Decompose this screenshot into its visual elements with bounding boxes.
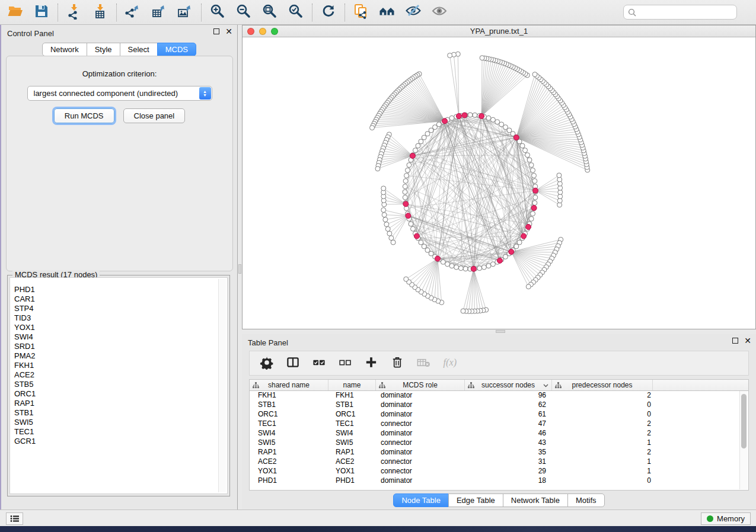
delete-icon bbox=[390, 355, 404, 371]
mcds-result-list[interactable]: PHD1CAR1STP4TID3YOX1SWI4SRD1PMA2FKH1ACE2… bbox=[9, 277, 228, 494]
minimize-window-icon[interactable] bbox=[259, 28, 266, 35]
column-header-successor-nodes[interactable]: successor nodes bbox=[465, 380, 552, 390]
select-all-button[interactable] bbox=[310, 354, 328, 372]
zoom-out-button[interactable] bbox=[231, 2, 257, 23]
mcds-result-item[interactable]: YOX1 bbox=[14, 323, 227, 332]
share-document-button[interactable] bbox=[348, 2, 374, 23]
table-row[interactable]: ORC1ORC1dominator610 bbox=[250, 410, 748, 419]
table-row[interactable]: RAP1RAP1dominator352 bbox=[250, 448, 748, 457]
search-input[interactable] bbox=[639, 8, 732, 17]
add-button[interactable] bbox=[362, 354, 380, 372]
search-icon bbox=[628, 8, 636, 17]
tab-network[interactable]: Network bbox=[42, 43, 87, 56]
log-console-button[interactable] bbox=[6, 512, 23, 525]
optimization-select[interactable]: largest connected component (undirected)… bbox=[27, 86, 212, 101]
splitter-grip[interactable] bbox=[496, 330, 505, 333]
svg-text:f(x): f(x) bbox=[443, 357, 457, 368]
table-row[interactable]: STB1STB1dominator620 bbox=[250, 400, 748, 410]
settings-gear-button[interactable] bbox=[258, 354, 276, 372]
first-neighbors-icon bbox=[379, 3, 395, 21]
save-button[interactable] bbox=[28, 2, 55, 23]
import-network-button[interactable] bbox=[61, 2, 87, 23]
float-panel-icon[interactable] bbox=[732, 338, 738, 344]
memory-button[interactable]: Memory bbox=[701, 512, 751, 525]
control-panel-tabs: NetworkStyleSelectMCDS bbox=[1, 43, 237, 56]
table-scrollbar[interactable] bbox=[739, 391, 748, 489]
network-graph[interactable] bbox=[243, 37, 755, 329]
mcds-result-item[interactable]: GCR1 bbox=[14, 437, 227, 446]
mcds-result-item[interactable]: SRD1 bbox=[14, 342, 227, 351]
maximize-window-icon[interactable] bbox=[271, 28, 278, 35]
splitter-grip[interactable] bbox=[238, 264, 241, 274]
mcds-result-item[interactable]: CAR1 bbox=[14, 294, 227, 304]
mcds-result-item[interactable]: STB5 bbox=[14, 380, 227, 389]
zoom-fit-icon bbox=[261, 3, 278, 21]
table-cell: 2 bbox=[552, 419, 653, 429]
table-tabs: Node TableEdge TableNetwork TableMotifs bbox=[242, 493, 756, 507]
unselect-all-button[interactable] bbox=[336, 354, 354, 372]
table-toolbar: f(x) bbox=[249, 351, 749, 376]
table-row[interactable]: ACE2ACE2connector311 bbox=[250, 457, 748, 467]
close-panel-icon[interactable]: ✕ bbox=[744, 338, 751, 344]
export-image-button[interactable] bbox=[172, 2, 198, 23]
table-row[interactable]: PHD1PHD1dominator180 bbox=[250, 476, 748, 486]
run-mcds-button[interactable]: Run MCDS bbox=[54, 108, 114, 123]
close-panel-icon[interactable]: ✕ bbox=[225, 28, 232, 34]
tab-select[interactable]: Select bbox=[120, 43, 158, 56]
table-row[interactable]: TEC1TEC1connector472 bbox=[250, 419, 748, 429]
mcds-result-item[interactable]: SWI4 bbox=[14, 332, 227, 342]
network-title: YPA_prune.txt_1 bbox=[243, 25, 755, 37]
split-columns-button[interactable] bbox=[284, 354, 302, 372]
close-window-icon[interactable] bbox=[247, 28, 254, 35]
delete-button[interactable] bbox=[388, 354, 406, 372]
table-cell: 61 bbox=[465, 410, 552, 419]
float-panel-icon[interactable] bbox=[213, 28, 219, 34]
column-header-shared-name[interactable]: shared name bbox=[250, 380, 328, 390]
hide-selected-button[interactable] bbox=[400, 2, 426, 23]
column-header-name[interactable]: name bbox=[328, 380, 376, 390]
open-button[interactable] bbox=[2, 2, 28, 23]
refresh-icon bbox=[320, 3, 337, 21]
zoom-in-button[interactable] bbox=[205, 2, 231, 23]
mcds-result-item[interactable]: STP4 bbox=[14, 304, 227, 313]
close-panel-button[interactable]: Close panel bbox=[123, 108, 186, 123]
mcds-result-item[interactable]: SWI5 bbox=[14, 418, 227, 427]
show-all-button[interactable] bbox=[426, 2, 452, 23]
mcds-result-item[interactable]: ACE2 bbox=[14, 370, 227, 380]
search-box[interactable] bbox=[623, 5, 737, 20]
import-table-button[interactable] bbox=[87, 2, 113, 23]
horizontal-splitter[interactable] bbox=[242, 329, 756, 334]
export-table-button[interactable] bbox=[146, 2, 172, 23]
mcds-result-item[interactable]: RAP1 bbox=[14, 399, 227, 408]
column-header-predecessor-nodes[interactable]: predecessor nodes bbox=[552, 380, 653, 390]
refresh-button[interactable] bbox=[315, 2, 342, 23]
mcds-result-item[interactable]: TID3 bbox=[14, 313, 227, 323]
first-neighbors-button[interactable] bbox=[374, 2, 400, 23]
zoom-fit-button[interactable] bbox=[257, 2, 283, 23]
column-header-MCDS-role[interactable]: MCDS role bbox=[376, 380, 465, 390]
status-bar: Memory bbox=[0, 509, 756, 526]
scrollbar-thumb[interactable] bbox=[741, 394, 747, 448]
mcds-result-item[interactable]: STB1 bbox=[14, 408, 227, 418]
mcds-tab-content: Optimization criterion: largest connecte… bbox=[6, 56, 233, 271]
mcds-result-item[interactable]: PHD1 bbox=[14, 285, 227, 294]
share-document-icon bbox=[353, 3, 369, 21]
tab-edge-table[interactable]: Edge Table bbox=[448, 493, 503, 507]
vertical-splitter[interactable] bbox=[238, 25, 242, 509]
tab-mcds[interactable]: MCDS bbox=[157, 43, 196, 56]
mcds-result-item[interactable]: FKH1 bbox=[14, 361, 227, 370]
export-network-button[interactable] bbox=[120, 2, 146, 23]
table-row[interactable]: SWI4SWI4dominator462 bbox=[250, 429, 748, 438]
table-row[interactable]: SWI5SWI5connector431 bbox=[250, 438, 748, 448]
mcds-result-item[interactable]: ORC1 bbox=[14, 389, 227, 399]
mcds-result-item[interactable]: TEC1 bbox=[14, 427, 227, 437]
table-row[interactable]: YOX1YOX1connector291 bbox=[250, 467, 748, 476]
import-table-icon bbox=[92, 3, 109, 21]
tab-network-table[interactable]: Network Table bbox=[503, 493, 568, 507]
tab-motifs[interactable]: Motifs bbox=[567, 493, 605, 507]
mcds-result-item[interactable]: PMA2 bbox=[14, 351, 227, 361]
tab-node-table[interactable]: Node Table bbox=[393, 493, 449, 507]
zoom-selected-button[interactable] bbox=[283, 2, 309, 23]
tab-style[interactable]: Style bbox=[87, 43, 120, 56]
table-row[interactable]: FKH1FKH1dominator962 bbox=[250, 391, 748, 400]
